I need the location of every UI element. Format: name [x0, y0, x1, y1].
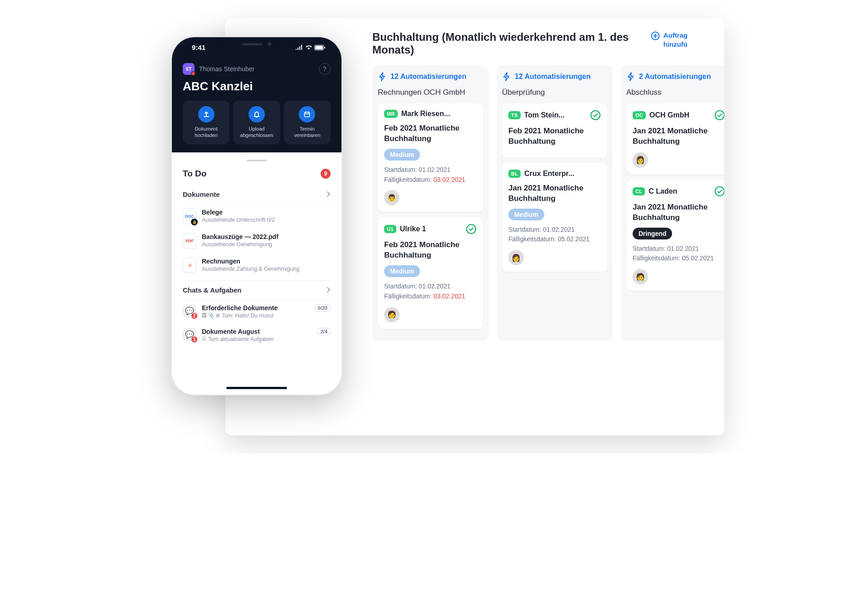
documents-section-header[interactable]: Dokumente	[183, 185, 331, 204]
column-title: Überprüfung	[502, 88, 607, 97]
status-bar-time: 9:41	[185, 44, 205, 51]
mobile-app-preview: 9:41 ST Thomas Steinhuber ? ABC Kanzlei	[171, 36, 342, 395]
chats-section-header[interactable]: Chats & Aufgaben	[183, 280, 331, 300]
bell-icon	[249, 106, 265, 122]
user-avatar[interactable]: ST	[183, 63, 195, 75]
document-item[interactable]: .ılRechnungenAusstehende Zahlung & Geneh…	[183, 253, 331, 278]
phone-notch	[218, 37, 295, 51]
assignee-avatar: 👩	[508, 250, 524, 265]
progress-count: 2/4	[317, 328, 331, 335]
plus-circle-icon	[651, 31, 660, 40]
task-card[interactable]: CLC LadenJan 2021 Monatliche Buchhaltung…	[626, 180, 724, 291]
drag-handle[interactable]	[247, 160, 267, 161]
chat-icon: 💬2	[183, 304, 196, 318]
document-item[interactable]: DOC🔒BelegeAusstehende Unterschrift 0/2	[183, 204, 331, 229]
org-name: ABC Kanzlei	[183, 79, 331, 93]
document-icon: PDF	[183, 233, 196, 249]
unread-badge: 1	[191, 336, 198, 343]
chat-item[interactable]: 💬1Dokumente August☰ Tom aktualisierte Au…	[183, 323, 331, 347]
progress-count: 0/20	[315, 304, 331, 312]
document-item[interactable]: PDFBankauszüge — 2022.pdfAusstehende Gen…	[183, 229, 331, 253]
todo-count-badge: 9	[321, 169, 331, 179]
upload-document-button[interactable]: Dokument hochladen	[183, 101, 229, 144]
chevron-right-icon	[326, 287, 331, 293]
svg-rect-6	[315, 46, 323, 49]
kanban-column: 12 AutomatisierungenÜberprüfungTSTom Ste…	[497, 65, 613, 341]
unread-badge: 2	[191, 312, 198, 319]
document-icon: DOC🔒	[183, 209, 196, 224]
svg-rect-7	[324, 47, 325, 49]
column-title: Abschluss	[626, 88, 724, 97]
help-button[interactable]: ?	[319, 63, 331, 75]
task-card[interactable]: U1Ulrike 1Feb 2021 Monatliche Buchhaltun…	[378, 217, 483, 328]
add-job-button[interactable]: Auftrag hinzufü	[651, 31, 709, 49]
chevron-right-icon	[326, 191, 331, 197]
status-bar-icons	[295, 45, 328, 50]
column-title: Rechnungen OCH GmbH	[378, 88, 483, 97]
user-name: Thomas Steinhuber	[199, 65, 254, 73]
board-title: Buchhaltung (Monatlich wiederkehrend am …	[372, 31, 651, 56]
task-card[interactable]: OCOCH GmbHJan 2021 Monatliche Buchhaltun…	[626, 103, 724, 174]
kanban-column: 12 AutomatisierungenRechnungen OCH GmbHM…	[372, 65, 488, 341]
svg-rect-8	[305, 112, 310, 117]
task-card[interactable]: TSTom Stein...Feb 2021 Monatliche Buchha…	[502, 103, 607, 158]
chat-icon: 💬1	[183, 328, 196, 341]
automation-count[interactable]: 12 Automatisierungen	[502, 72, 607, 82]
document-icon: .ıl	[183, 258, 196, 273]
todo-section-title: To Do	[183, 169, 206, 179]
assignee-avatar: 🧑	[633, 269, 648, 284]
task-card[interactable]: BLCrux Enterpr...Jan 2021 Monatliche Buc…	[502, 163, 607, 272]
automation-count[interactable]: 12 Automatisierungen	[378, 72, 483, 82]
calendar-icon	[299, 106, 315, 122]
upload-icon	[198, 106, 215, 122]
kanban-column: 2 AutomatisierungenAbschlussOCOCH GmbHJa…	[621, 65, 724, 341]
schedule-button[interactable]: Termin vereinbaren	[284, 101, 331, 144]
assignee-avatar: 🧑	[384, 307, 400, 322]
assignee-avatar: 👩	[633, 152, 648, 168]
automation-count[interactable]: 2 Automatisierungen	[626, 72, 724, 82]
assignee-avatar: 👨	[384, 190, 400, 205]
task-card[interactable]: MRMark Riesen...Feb 2021 Monatliche Buch…	[378, 103, 483, 212]
upload-complete-button[interactable]: Upload abgeschlossen	[233, 101, 280, 144]
add-job-label: Auftrag hinzufü	[663, 31, 709, 49]
chat-item[interactable]: 💬2Erforderliche Dokumente🖼 📎 ⊞ Tom: Hall…	[183, 300, 331, 323]
lock-icon: 🔒	[191, 219, 198, 225]
